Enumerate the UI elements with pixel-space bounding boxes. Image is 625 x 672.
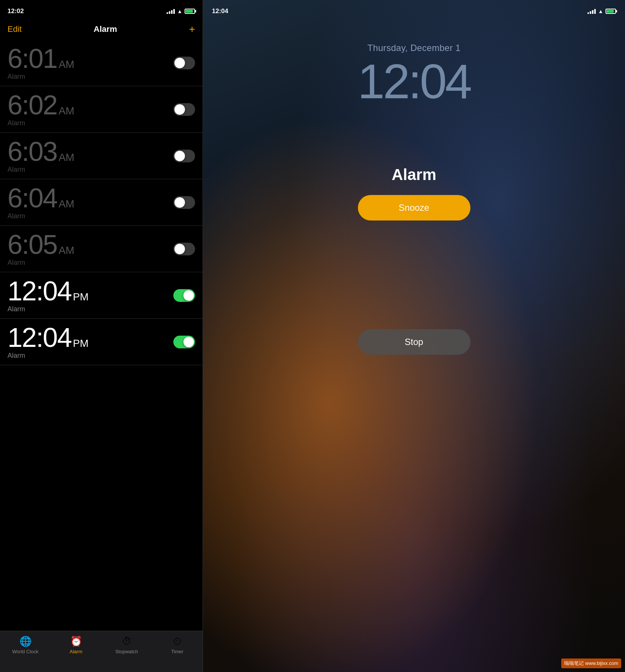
add-alarm-button[interactable]: + [189, 23, 195, 35]
alarm-label: Alarm [8, 212, 74, 220]
alarm-item[interactable]: 6:05 AM Alarm [0, 226, 203, 272]
alarm-item[interactable]: 6:01 AM Alarm [0, 40, 203, 86]
alarm-time-row: 6:03 AM [8, 138, 74, 165]
alarm-item[interactable]: 6:03 AM Alarm [0, 133, 203, 179]
wifi-icon: ▲ [177, 8, 182, 14]
toggle-knob [174, 197, 185, 208]
alarm-item[interactable]: 6:02 AM Alarm [0, 86, 203, 133]
toggle-knob [174, 104, 185, 115]
alarm-label: Alarm [8, 73, 74, 81]
toggle-knob [183, 290, 194, 301]
toggle-knob [183, 337, 194, 347]
alarm-toggle[interactable] [173, 243, 195, 255]
alarm-item[interactable]: 6:04 AM Alarm [0, 179, 203, 226]
wifi-icon: ▲ [598, 8, 603, 14]
toggle-knob [174, 151, 185, 161]
alarm-time: 6:01 [8, 45, 57, 72]
alarm-ampm: AM [59, 198, 74, 210]
alarm-tab-label: Alarm [70, 649, 83, 654]
status-bar-left: 12:02 ▲ [0, 0, 203, 20]
alarm-info: 6:02 AM Alarm [8, 92, 74, 127]
alarm-label: Alarm [8, 259, 74, 267]
alarm-time-row: 12:04 PM [8, 278, 89, 304]
alarm-info: 6:03 AM Alarm [8, 138, 74, 174]
alarm-toggle[interactable] [173, 336, 195, 348]
alarm-list: 6:01 AM Alarm 6:02 AM Alarm [0, 40, 203, 631]
alarm-label: Alarm [8, 352, 89, 360]
status-time-right: 12:04 [212, 8, 228, 15]
stop-button-label: Stop [405, 337, 423, 347]
toggle-knob [174, 244, 185, 254]
stop-button[interactable]: Stop [358, 329, 470, 355]
world-clock-label: World Clock [12, 649, 39, 654]
alarm-time: 12:04 [8, 324, 71, 351]
tab-world-clock[interactable]: 🌐 World Clock [0, 636, 51, 654]
alarm-time: 6:04 [8, 184, 57, 212]
alarm-toggle[interactable] [173, 57, 195, 69]
alarm-ampm: AM [59, 58, 74, 70]
lock-time: 12:04 [358, 57, 470, 106]
alarm-time-row: 12:04 PM [8, 324, 89, 351]
alarm-item[interactable]: 12:04 PM Alarm [0, 319, 203, 365]
tab-timer[interactable]: ⏲ Timer [152, 636, 203, 654]
timer-icon: ⏲ [173, 636, 182, 647]
alarm-toggle[interactable] [173, 103, 195, 116]
alarm-label: Alarm [8, 166, 74, 174]
alarm-time-row: 6:02 AM [8, 92, 74, 118]
tab-bar: 🌐 World Clock ⏰ Alarm ⏱ Stopwatch ⏲ Time… [0, 631, 203, 672]
alarm-time: 6:03 [8, 138, 57, 165]
alarm-info: 6:04 AM Alarm [8, 184, 74, 220]
right-panel: 12:04 ▲ Thursday, December 1 12:04 Alarm… [203, 0, 625, 672]
stopwatch-label: Stopwatch [115, 649, 138, 654]
left-panel: 12:02 ▲ Edit Alarm + 6:01 AM [0, 0, 203, 672]
alarm-notification: Alarm Snooze Stop [358, 166, 470, 355]
alarm-time-row: 6:04 AM [8, 184, 74, 212]
alarm-info: 12:04 PM Alarm [8, 324, 89, 360]
alarm-notification-title: Alarm [392, 166, 436, 184]
alarm-item[interactable]: 12:04 PM Alarm [0, 272, 203, 319]
alarm-title: Alarm [94, 24, 117, 34]
toggle-knob [174, 58, 185, 68]
snooze-button-label: Snooze [399, 202, 429, 213]
alarm-nav-bar: Edit Alarm + [0, 20, 203, 40]
alarm-time: 12:04 [8, 278, 71, 304]
stopwatch-icon: ⏱ [122, 636, 132, 647]
alarm-tab-icon: ⏰ [70, 636, 82, 647]
signal-icon [167, 9, 175, 14]
alarm-ampm: AM [59, 105, 74, 117]
alarm-info: 6:05 AM Alarm [8, 231, 74, 267]
alarm-toggle[interactable] [173, 289, 195, 302]
alarm-ampm: PM [73, 338, 89, 350]
alarm-time: 6:05 [8, 231, 57, 258]
alarm-ampm: PM [73, 291, 89, 303]
status-icons-left: ▲ [167, 8, 195, 14]
world-clock-icon: 🌐 [20, 636, 32, 647]
alarm-label: Alarm [8, 119, 74, 127]
timer-label: Timer [171, 649, 183, 654]
battery-icon [185, 9, 195, 14]
status-icons-right: ▲ [587, 8, 616, 14]
alarm-time-row: 6:01 AM [8, 45, 74, 72]
alarm-toggle[interactable] [173, 196, 195, 209]
tab-stopwatch[interactable]: ⏱ Stopwatch [101, 636, 152, 654]
lock-date: Thursday, December 1 [367, 43, 460, 53]
edit-button[interactable]: Edit [8, 24, 22, 34]
status-time-left: 12:02 [8, 8, 24, 15]
alarm-info: 12:04 PM Alarm [8, 278, 89, 313]
alarm-ampm: AM [59, 152, 74, 164]
alarm-time-row: 6:05 AM [8, 231, 74, 258]
watermark: 嗡嗡笔记 www.bijixx.com [561, 658, 621, 668]
lockscreen-content: Thursday, December 1 12:04 Alarm Snooze … [203, 20, 625, 672]
alarm-ampm: AM [59, 244, 74, 256]
alarm-info: 6:01 AM Alarm [8, 45, 74, 81]
snooze-button[interactable]: Snooze [358, 195, 470, 220]
alarm-toggle[interactable] [173, 150, 195, 162]
alarm-label: Alarm [8, 305, 89, 313]
signal-icon [587, 9, 596, 14]
tab-alarm[interactable]: ⏰ Alarm [51, 636, 101, 654]
alarm-time: 6:02 [8, 92, 57, 118]
status-bar-right: 12:04 ▲ [203, 0, 625, 20]
battery-icon [605, 9, 616, 14]
